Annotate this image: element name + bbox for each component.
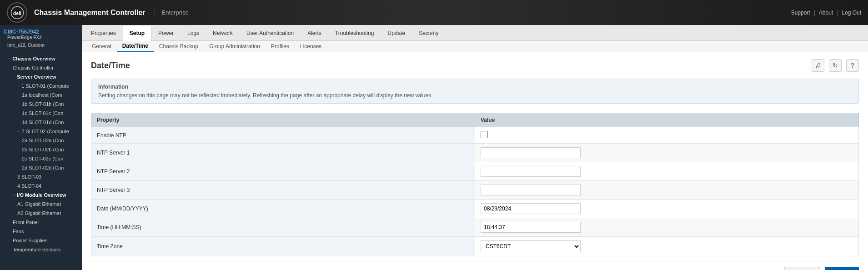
sidebar: CMC-756J942 PowerEdge FX2 lmc_e22, Custo… [0, 25, 82, 270]
app-title: Chassis Management Controller [34, 9, 146, 17]
sidebar-item-power-supplies[interactable]: Power Supplies [0, 236, 82, 245]
help-button[interactable]: ? [846, 59, 859, 72]
subtab-profiles[interactable]: Profiles [266, 41, 295, 51]
sidebar-item-server-overview[interactable]: − Server Overview [0, 72, 82, 81]
subtab-datetime[interactable]: Date/Time [117, 41, 154, 52]
content-area: Properties Setup Power Logs Network User… [82, 25, 868, 270]
logout-link[interactable]: Log Out [842, 10, 861, 16]
ntp-server3-input[interactable] [481, 185, 581, 195]
tab-security[interactable]: Security [412, 25, 445, 41]
timezone-select[interactable]: EST5EDT CST6CDT MST7MDT PST8PDT UTC [481, 240, 581, 252]
sidebar-item-localhost[interactable]: 1a localhost (Com [0, 90, 82, 100]
sidebar-label: Temperature Sensors [13, 247, 60, 252]
sidebar-item-slot01b[interactable]: 1b SLOT-01b (Con [0, 100, 82, 109]
top-nav: Properties Setup Power Logs Network User… [82, 25, 868, 41]
tab-logs[interactable]: Logs [181, 25, 206, 41]
info-box-title: Information [98, 84, 852, 90]
tab-troubleshooting[interactable]: Troubleshooting [328, 25, 381, 41]
prop-ntp-server3: NTP Server 3 [91, 181, 475, 200]
val-time [475, 218, 859, 237]
info-box-text: Setting changes on this page may not be … [98, 92, 852, 99]
sidebar-item-slot02d[interactable]: 2d SLOT-02d (Con [0, 163, 82, 172]
sidebar-item-slot02[interactable]: − 2 SLOT-02 (Compute [0, 127, 82, 136]
col-value: Value [475, 113, 859, 127]
subtab-licenses[interactable]: Licenses [295, 41, 327, 51]
sidebar-item-a1-gigabit[interactable]: A1 Gigabit Ethernet [0, 200, 82, 209]
sidebar-label: 4 SLOT-04 [17, 183, 41, 189]
tab-update[interactable]: Update [381, 25, 412, 41]
subtab-group-admin[interactable]: Group Administration [204, 41, 266, 51]
sidebar-label: 2a SLOT-02a (Con [22, 138, 64, 143]
sep1: | [814, 10, 815, 16]
prop-time: Time (HH:MM:SS) [91, 218, 475, 237]
sidebar-label: Chassis Overview [12, 56, 55, 61]
page-actions: 🖨 ↻ ? [812, 59, 859, 72]
sidebar-label: I/O Module Overview [17, 192, 66, 198]
sidebar-item-temp-sensors[interactable]: Temperature Sensors [0, 245, 82, 254]
toggle-icon: − [13, 193, 15, 197]
info-box: Information Setting changes on this page… [91, 79, 859, 104]
sidebar-label: 1 SLOT-01 (Compute [21, 83, 69, 89]
tab-user-authentication[interactable]: User Authentication [240, 25, 301, 41]
sidebar-label: A1 Gigabit Ethernet [17, 201, 61, 207]
sidebar-item-slot01[interactable]: − 1 SLOT-01 (Compute [0, 81, 82, 90]
time-input[interactable] [481, 222, 581, 233]
sidebar-item-fans[interactable]: Fans [0, 227, 82, 236]
val-ntp-server3 [475, 181, 859, 200]
sidebar-item-slot04[interactable]: 4 SLOT-04 [0, 181, 82, 190]
col-property: Property [91, 113, 475, 127]
ntp-server1-input[interactable] [481, 147, 581, 158]
sidebar-label: 3 SLOT-03 [17, 174, 41, 180]
sidebar-item-slot03[interactable]: 3 SLOT-03 [0, 172, 82, 181]
sidebar-item-chassis-overview[interactable]: − Chassis Overview [0, 54, 82, 63]
prop-timezone: Time Zone [91, 237, 475, 256]
prop-date: Date (MM/DD/YYYY) [91, 200, 475, 218]
cmc-id-label: CMC-756J942 [4, 29, 78, 35]
tab-alerts[interactable]: Alerts [301, 25, 328, 41]
sidebar-item-slot02b[interactable]: 2b SLOT-02b (Con [0, 145, 82, 154]
subtab-chassis-backup[interactable]: Chassis Backup [154, 41, 204, 51]
refresh-button[interactable]: ↻ [829, 59, 842, 72]
sidebar-label: Front Panel [13, 220, 39, 225]
ntp-server2-input[interactable] [481, 166, 581, 177]
support-link[interactable]: Support [791, 10, 810, 16]
sidebar-label: 1d SLOT-01d (Con [22, 120, 64, 125]
subtab-general[interactable]: General [86, 41, 117, 51]
tab-network[interactable]: Network [206, 25, 240, 41]
tab-power[interactable]: Power [151, 25, 181, 41]
tab-setup[interactable]: Setup [123, 25, 151, 41]
enable-ntp-checkbox[interactable] [481, 131, 488, 138]
sidebar-item-slot01c[interactable]: 1c SLOT-01c (Con [0, 109, 82, 118]
tab-properties[interactable]: Properties [84, 25, 123, 41]
val-timezone: EST5EDT CST6CDT MST7MDT PST8PDT UTC [475, 237, 859, 256]
date-input[interactable] [481, 203, 581, 214]
cancel-button[interactable]: Cancel [784, 267, 820, 270]
sidebar-item-front-panel[interactable]: Front Panel [0, 218, 82, 227]
table-row: NTP Server 1 [91, 144, 859, 162]
val-enable-ntp [475, 127, 859, 144]
table-row: Time (HH:MM:SS) [91, 218, 859, 237]
sidebar-item-slot02a[interactable]: 2a SLOT-02a (Con [0, 136, 82, 145]
sidebar-label: Fans [13, 229, 24, 234]
table-row: Enable NTP [91, 127, 859, 144]
sidebar-item-chassis-controller[interactable]: Chassis Controller [0, 63, 82, 72]
about-link[interactable]: About [819, 10, 833, 16]
sidebar-item-slot01d[interactable]: 1d SLOT-01d (Con [0, 118, 82, 127]
sidebar-item-a2-gigabit[interactable]: A2 Gigabit Ethernet [0, 209, 82, 218]
page-content: Date/Time 🖨 ↻ ? Information Setting chan… [82, 52, 868, 270]
print-button[interactable]: 🖨 [812, 59, 824, 72]
sidebar-label: Power Supplies [13, 238, 47, 243]
sidebar-label: Server Overview [17, 74, 56, 80]
apply-button[interactable]: Apply [825, 267, 859, 270]
sidebar-label: 1a localhost (Com [22, 92, 62, 98]
sidebar-label: A2 Gigabit Ethernet [17, 210, 61, 216]
page-header: Date/Time 🖨 ↻ ? [91, 59, 859, 72]
toggle-icon: − [8, 56, 10, 61]
sidebar-item-slot02c[interactable]: 2c SLOT-02c (Con [0, 154, 82, 163]
sub-nav: General Date/Time Chassis Backup Group A… [82, 41, 868, 52]
cmc-id[interactable]: CMC-756J942 PowerEdge FX2 lmc_e22, Custo… [0, 25, 82, 54]
sep2: | [837, 10, 838, 16]
dell-logo: dell [7, 2, 27, 23]
sidebar-label: 1b SLOT-01b (Con [22, 101, 64, 107]
sidebar-item-io-overview[interactable]: − I/O Module Overview [0, 190, 82, 200]
